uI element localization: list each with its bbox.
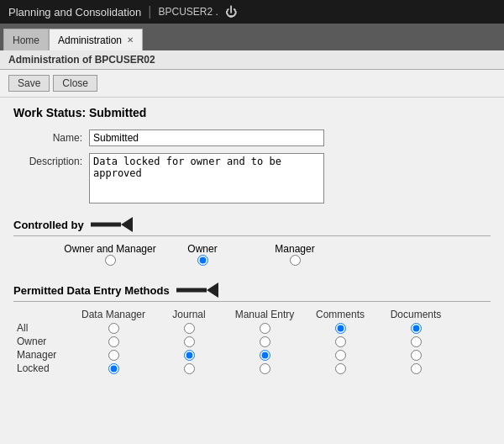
pde-radio-manager-1 <box>151 350 227 361</box>
radio-owner-documents[interactable] <box>411 336 422 347</box>
pde-row-owner: Owner <box>17 336 491 347</box>
tab-home-label: Home <box>13 34 39 46</box>
ctrl-col-2: Manager <box>249 243 341 255</box>
ctrl-radio-cell-0 <box>64 255 156 266</box>
pde-radio-owner-0 <box>76 336 151 347</box>
pde-radio-locked-1 <box>151 363 227 374</box>
content-area: Administration of BPCUSER02 Save Close W… <box>0 50 504 444</box>
ctrl-radio-1[interactable] <box>197 255 208 266</box>
admin-section-header: Administration of BPCUSER02 <box>0 50 504 70</box>
pde-row-label-owner: Owner <box>17 336 76 347</box>
pde-radio-all-0 <box>76 323 151 334</box>
pde-radio-owner-4 <box>378 336 454 347</box>
app-title: Planning and Consolidation <box>8 6 141 18</box>
pde-col-header-4: Documents <box>378 309 454 320</box>
radio-all-journal[interactable] <box>184 323 195 334</box>
radio-locked-documents[interactable] <box>411 363 422 374</box>
controlled-by-radios <box>64 255 491 266</box>
divider-2 <box>13 301 491 302</box>
pde-radio-owner-3 <box>302 336 378 347</box>
controlled-by-section-header: Controlled by <box>13 217 491 232</box>
permitted-section-header: Permitted Data Entry Methods <box>13 283 491 298</box>
pde-radio-all-3 <box>302 323 378 334</box>
pde-col-header-0: Data Manager <box>76 309 151 320</box>
tab-administration-label: Administration <box>58 34 122 46</box>
controlled-by-label: Controlled by <box>13 219 84 231</box>
pde-radio-locked-3 <box>302 363 378 374</box>
permitted-arrow-icon <box>176 283 218 298</box>
form-content: Work Status: Submitted Name: Description… <box>0 98 504 383</box>
description-input[interactable] <box>89 153 324 204</box>
name-row: Name: <box>13 130 491 146</box>
tab-bar: Home Administration ✕ <box>0 24 504 50</box>
radio-all-datamanager[interactable] <box>108 323 119 334</box>
pde-row-locked: Locked <box>17 362 491 374</box>
permitted-header-row: Data Manager Journal Manual Entry Commen… <box>17 309 491 320</box>
controlled-by-columns: Owner and Manager Owner Manager <box>64 243 491 255</box>
pde-radio-all-1 <box>151 323 227 334</box>
ctrl-radio-cell-2 <box>249 255 341 266</box>
pde-radio-owner-2 <box>227 336 302 347</box>
name-input[interactable] <box>89 130 324 146</box>
pde-radio-all-4 <box>378 323 454 334</box>
radio-all-comments[interactable] <box>335 323 346 334</box>
ctrl-radio-0[interactable] <box>105 255 116 266</box>
radio-locked-manualentry[interactable] <box>260 363 270 374</box>
tab-home[interactable]: Home <box>3 29 49 50</box>
save-button[interactable]: Save <box>8 75 50 92</box>
radio-locked-datamanager[interactable] <box>108 363 119 374</box>
radio-owner-journal[interactable] <box>184 336 195 347</box>
username: BPCUSER2 . <box>158 6 218 18</box>
radio-manager-journal[interactable] <box>184 350 195 361</box>
ctrl-radio-cell-1 <box>156 255 249 266</box>
pde-radio-all-2 <box>227 323 302 334</box>
radio-owner-manualentry[interactable] <box>260 336 270 347</box>
radio-owner-datamanager[interactable] <box>108 336 119 347</box>
permitted-label: Permitted Data Entry Methods <box>13 284 170 297</box>
separator: | <box>148 4 151 19</box>
ctrl-radio-2[interactable] <box>290 255 301 266</box>
pde-radio-owner-1 <box>151 336 227 347</box>
radio-manager-documents[interactable] <box>411 350 422 361</box>
radio-manager-manualentry[interactable] <box>260 350 270 361</box>
pde-radio-locked-4 <box>378 363 454 374</box>
radio-all-documents[interactable] <box>411 323 422 334</box>
divider-1 <box>13 235 491 236</box>
radio-owner-comments[interactable] <box>335 336 346 347</box>
pde-radio-manager-0 <box>76 350 151 361</box>
ctrl-col-0: Owner and Manager <box>64 243 156 255</box>
pde-radio-locked-0 <box>76 363 151 374</box>
pde-row-label-locked: Locked <box>17 362 76 374</box>
pde-col-header-1: Journal <box>151 309 227 320</box>
admin-header-text: Administration of BPCUSER02 <box>8 54 155 66</box>
tab-close-icon[interactable]: ✕ <box>127 35 134 45</box>
name-label: Name: <box>13 130 89 144</box>
description-label: Description: <box>13 153 89 167</box>
permitted-table: Data Manager Journal Manual Entry Commen… <box>17 309 491 374</box>
radio-all-manualentry[interactable] <box>260 323 270 334</box>
tab-administration[interactable]: Administration ✕ <box>49 29 143 50</box>
pde-col-header-3: Comments <box>302 309 378 320</box>
radio-locked-journal[interactable] <box>184 363 195 374</box>
power-icon[interactable]: ⏻ <box>225 5 237 18</box>
top-bar: Planning and Consolidation | BPCUSER2 . … <box>0 0 504 24</box>
description-row: Description: <box>13 153 491 204</box>
ctrl-col-1: Owner <box>156 243 249 255</box>
controlled-by-arrow-icon <box>91 217 133 232</box>
radio-manager-comments[interactable] <box>335 350 346 361</box>
pde-radio-locked-2 <box>227 363 302 374</box>
work-status-title: Work Status: Submitted <box>13 106 491 119</box>
toolbar: Save Close <box>0 70 504 98</box>
pde-radio-manager-2 <box>227 350 302 361</box>
pde-radio-manager-4 <box>378 350 454 361</box>
pde-row-manager: Manager <box>17 349 491 361</box>
pde-col-header-2: Manual Entry <box>227 309 302 320</box>
pde-row-all: All <box>17 322 491 334</box>
pde-radio-manager-3 <box>302 350 378 361</box>
radio-locked-comments[interactable] <box>335 363 346 374</box>
pde-row-label-manager: Manager <box>17 349 76 361</box>
close-button[interactable]: Close <box>53 75 97 92</box>
pde-row-label-all: All <box>17 322 76 334</box>
radio-manager-datamanager[interactable] <box>108 350 119 361</box>
